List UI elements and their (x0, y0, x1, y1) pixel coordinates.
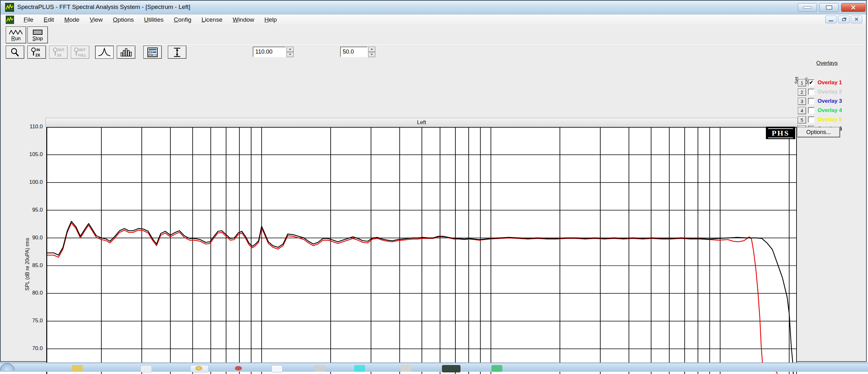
axis-scale-button[interactable] (168, 45, 186, 59)
run-button[interactable]: Run (6, 27, 26, 43)
menu-bar: File Edit Mode View Options Utilities Co… (1, 14, 866, 25)
menu-view[interactable]: View (85, 15, 108, 24)
run-waveform-icon (9, 29, 23, 35)
phs-logo-badge: PHS (766, 127, 795, 139)
plot-range-spinner[interactable]: ▲ ▼ (368, 46, 375, 57)
windows-taskbar[interactable] (0, 363, 868, 372)
mdi-minimize-button[interactable] (825, 15, 837, 23)
overlay-options-button[interactable]: Options... (797, 127, 840, 137)
stop-label: Stop (33, 36, 43, 41)
taskbar-icon[interactable] (354, 365, 365, 372)
spectrum-plot-canvas (46, 127, 797, 374)
plot-top-spin-down-icon[interactable]: ▼ (286, 52, 293, 57)
close-icon: ✕ (851, 4, 856, 11)
mdi-close-icon: ✕ (854, 17, 859, 22)
plot-top-spinner[interactable]: ▲ ▼ (286, 46, 293, 57)
overlay-1-set-button[interactable]: 1 (798, 79, 806, 87)
overlay-4-label: Overlay 4 (817, 107, 842, 114)
spectrum-bar-view-button[interactable] (117, 45, 135, 59)
y-tick-label: 95.0 (1, 207, 45, 213)
title-bar[interactable]: SpectraPLUS - FFT Spectral Analysis Syst… (1, 1, 866, 14)
plot-range-input[interactable] (340, 46, 368, 57)
spectrum-plot[interactable] (46, 127, 797, 374)
app-icon (5, 3, 14, 12)
y-axis-title: SPL (dB re 20uPA) rms (25, 216, 30, 312)
transport-toolbar: Run Stop Avg: Infinite ▼ Peak Hold Load … (1, 25, 866, 45)
plot-region: Left 110.0105.0100.095.090.085.080.075.0… (1, 59, 866, 361)
overlay-1-label: Overlay 1 (817, 80, 842, 86)
y-tick-label: 110.0 (1, 124, 45, 130)
close-button[interactable]: ✕ (841, 3, 865, 12)
mdi-restore-icon (842, 18, 846, 21)
svg-text:OUT: OUT (58, 48, 64, 52)
spectrum-curve-icon (97, 48, 112, 57)
overlay-2-set-button[interactable]: 2 (798, 88, 806, 96)
plot-top-input[interactable] (253, 46, 286, 57)
y-tick-label: 105.0 (1, 151, 45, 158)
stop-button[interactable]: Stop (27, 27, 48, 43)
overlay-5-on-checkbox[interactable] (808, 117, 814, 123)
overlay-5-set-button[interactable]: 5 (798, 116, 806, 124)
plot-range-spin-up-icon[interactable]: ▲ (368, 46, 375, 52)
plot-range-spin-down-icon[interactable]: ▼ (368, 52, 375, 57)
taskbar-icon[interactable] (314, 365, 325, 372)
document-icon (6, 15, 14, 24)
taskbar-icon[interactable] (491, 365, 502, 372)
overlay-3-set-button[interactable]: 3 (798, 98, 806, 105)
y-tick-label: 85.0 (1, 262, 45, 269)
zoom-in-2x-button[interactable]: IN 2X (27, 45, 46, 59)
bar-graph-icon (120, 48, 132, 57)
overlay-3-label: Overlay 3 (817, 98, 842, 104)
stop-icon (31, 29, 44, 35)
svg-text:OUT: OUT (79, 48, 86, 52)
menu-file[interactable]: File (19, 15, 39, 24)
y-tick-label: 90.0 (1, 235, 45, 241)
overlay-1-on-checkbox[interactable]: ✔ (808, 80, 814, 86)
y-tick-label: 70.0 (1, 345, 45, 352)
plot-top-spin-up-icon[interactable]: ▲ (286, 46, 293, 52)
menu-window[interactable]: Window (227, 15, 259, 24)
zoom-button[interactable] (6, 45, 24, 59)
zoom-out-full-button[interactable]: OUT FULL (71, 45, 89, 59)
zoom-out-2x-button[interactable]: OUT 2X (49, 45, 68, 59)
taskbar-icon[interactable] (195, 366, 202, 371)
overlay-4-set-button[interactable]: 4 (798, 107, 806, 114)
overlay-options-label: Options... (806, 129, 831, 136)
overlay-3-on-checkbox[interactable] (808, 98, 814, 104)
taskbar-icon[interactable] (442, 365, 461, 372)
minimize-button[interactable] (798, 3, 817, 12)
menu-license[interactable]: License (196, 15, 227, 24)
plot-options-button[interactable] (143, 45, 162, 59)
run-label: Run (11, 36, 21, 41)
y-tick-label: 100.0 (1, 179, 45, 185)
overlay-2-label: Overlay 2 (817, 89, 842, 95)
settings-panel-icon (147, 47, 158, 57)
spectrum-line-view-button[interactable] (95, 45, 114, 59)
mdi-minimize-icon (829, 21, 833, 21)
mdi-restore-button[interactable] (838, 15, 849, 23)
menu-help[interactable]: Help (259, 15, 282, 24)
maximize-button[interactable] (819, 3, 839, 12)
menu-utilities[interactable]: Utilities (139, 15, 168, 24)
svg-text:FULL: FULL (78, 54, 87, 57)
taskbar-icon[interactable] (271, 365, 283, 372)
overlays-title: Overlays (816, 60, 838, 66)
taskbar-icon[interactable] (401, 365, 411, 372)
menu-mode[interactable]: Mode (59, 15, 85, 24)
mdi-close-button[interactable]: ✕ (851, 15, 862, 23)
svg-text:2X: 2X (35, 53, 40, 57)
menu-options[interactable]: Options (108, 15, 139, 24)
taskbar-icon[interactable] (235, 366, 242, 371)
taskbar-icon[interactable] (72, 365, 83, 372)
desktop: SpectraPLUS - FFT Spectral Analysis Syst… (0, 0, 868, 374)
menu-edit[interactable]: Edit (39, 15, 59, 24)
check-icon: ✔ (809, 80, 813, 85)
magnifier-icon (9, 47, 21, 57)
overlay-4-on-checkbox[interactable] (808, 107, 814, 114)
overlay-2-on-checkbox[interactable] (808, 89, 814, 95)
zoom-out-2x-icon: OUT 2X (51, 47, 65, 58)
menu-config[interactable]: Config (169, 15, 196, 24)
start-orb-icon[interactable] (0, 363, 15, 371)
taskbar-icon[interactable] (141, 365, 152, 372)
channel-title-strip: Left (45, 118, 798, 127)
